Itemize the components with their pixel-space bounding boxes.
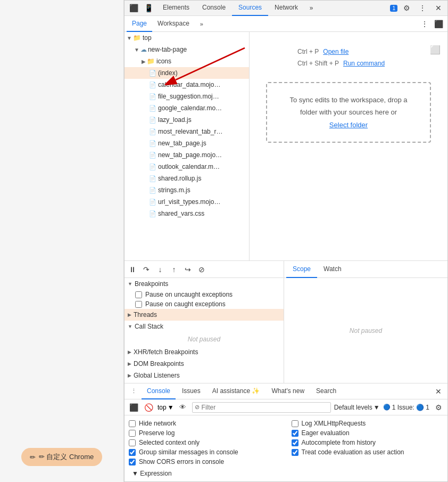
preserve-log-checkbox[interactable] bbox=[129, 430, 136, 437]
pause-caught-checkbox[interactable] bbox=[135, 301, 142, 308]
preserve-log-label: Preserve log bbox=[139, 429, 175, 437]
console-settings-button[interactable]: ⚙ bbox=[433, 402, 444, 413]
dom-section-header[interactable]: ▶ DOM Breakpoints bbox=[125, 358, 284, 370]
console-tab-console[interactable]: Console bbox=[142, 383, 176, 399]
filter-input[interactable] bbox=[202, 404, 328, 411]
step-into-button[interactable]: ↓ bbox=[154, 264, 166, 275]
callstack-section-header[interactable]: ▼ Call Stack bbox=[125, 321, 284, 332]
deactivate-breakpoints-button[interactable]: ⊘ bbox=[196, 264, 208, 275]
group-similar-checkbox[interactable] bbox=[129, 449, 136, 456]
autocomplete-checkbox[interactable] bbox=[292, 439, 298, 446]
file-tree-panel[interactable]: ▼ 📁 top ▼ ☁ new-tab-page ▶ 📁 icons 📄 (in… bbox=[125, 32, 250, 260]
tree-item-icons[interactable]: ▶ 📁 icons bbox=[125, 55, 249, 67]
settings-button[interactable]: ⚙ bbox=[400, 2, 413, 14]
subtab-overflow-button[interactable]: ⋮ bbox=[418, 18, 432, 30]
eager-eval-checkbox[interactable] bbox=[292, 430, 298, 437]
selected-context-checkbox[interactable] bbox=[129, 439, 136, 446]
tree-label-index: (index) bbox=[158, 69, 178, 77]
file-icon: 📄 bbox=[149, 199, 156, 206]
tree-label: strings.m.js bbox=[158, 186, 190, 194]
run-command-link[interactable]: Run command bbox=[343, 60, 385, 67]
console-dock-icon[interactable]: ⬛ bbox=[128, 402, 139, 413]
console-tab-issues[interactable]: Issues bbox=[177, 383, 206, 399]
tree-label: calendar_data.mojo… bbox=[158, 81, 220, 88]
tree-item-new-tab-page-mojo[interactable]: 📄 new_tab_page.mojo… bbox=[125, 149, 249, 161]
close-button[interactable]: ✕ bbox=[432, 2, 445, 14]
cloud-icon: ☁ bbox=[140, 46, 147, 53]
file-icon: 📄 bbox=[149, 152, 156, 159]
tree-item-shared-rollup[interactable]: 📄 shared.rollup.js bbox=[125, 173, 249, 184]
watch-tab[interactable]: Watch bbox=[317, 261, 348, 278]
console-tab-spacer: ✕ bbox=[432, 385, 445, 398]
threads-triangle: ▶ bbox=[128, 312, 131, 317]
opt-log-xml: Log XMLHttpRequests bbox=[292, 420, 444, 427]
step-out-button[interactable]: ↑ bbox=[168, 264, 180, 275]
console-tab-search[interactable]: Search bbox=[311, 383, 342, 399]
open-file-link[interactable]: Open file bbox=[323, 48, 349, 55]
device-icon[interactable]: 📱 bbox=[142, 2, 155, 14]
tree-item-outlook-calendar[interactable]: 📄 outlook_calendar.m… bbox=[125, 161, 249, 173]
step-button[interactable]: ↪ bbox=[182, 264, 194, 275]
subtab-workspace[interactable]: Workspace bbox=[152, 16, 195, 32]
breakpoints-section-header[interactable]: ▼ Breakpoints bbox=[125, 278, 284, 290]
show-cors-checkbox[interactable] bbox=[129, 459, 136, 465]
hide-network-label: Hide network bbox=[139, 420, 176, 427]
pause-uncaught-row: Pause on uncaught exceptions bbox=[125, 290, 284, 299]
step-over-button[interactable]: ↷ bbox=[140, 264, 152, 275]
callstack-label: Call Stack bbox=[135, 323, 163, 330]
tree-item-shared-vars[interactable]: 📄 shared_vars.css bbox=[125, 208, 249, 219]
file-icon: 📄 bbox=[149, 105, 156, 112]
workspace-drop-zone[interactable]: To sync edits to the workspace, drop a f… bbox=[266, 82, 431, 143]
more-options-button[interactable]: ⋮ bbox=[416, 2, 429, 14]
tree-item-strings[interactable]: 📄 strings.m.js bbox=[125, 184, 249, 196]
tree-item-most-relevant[interactable]: 📄 most_relevant_tab_r… bbox=[125, 126, 249, 137]
customize-chrome-button[interactable]: ✏ ✏ 自定义 Chrome bbox=[21, 448, 102, 466]
expand-icon-icons: ▶ bbox=[142, 59, 146, 64]
console-clear-button[interactable]: 🚫 bbox=[143, 402, 154, 413]
tree-item-index[interactable]: 📄 (index) bbox=[125, 67, 249, 79]
xhr-section-header[interactable]: ▶ XHR/fetch Breakpoints bbox=[125, 346, 284, 358]
console-tab-whats-new[interactable]: What's new bbox=[266, 383, 310, 399]
tab-sources[interactable]: Sources bbox=[232, 1, 268, 16]
more-subtabs-button[interactable]: » bbox=[195, 18, 209, 30]
levels-dropdown[interactable]: Default levels ▼ bbox=[334, 404, 380, 411]
log-xml-checkbox[interactable] bbox=[292, 420, 298, 427]
sidebar-toggle-button[interactable]: ⬛ bbox=[432, 18, 445, 30]
tab-network[interactable]: Network bbox=[268, 1, 304, 16]
treat-code-eval-checkbox[interactable] bbox=[292, 449, 298, 456]
tree-item-file-suggestion[interactable]: 📄 file_suggestion.moj… bbox=[125, 91, 249, 102]
global-listeners-section-header[interactable]: ▶ Global Listeners bbox=[125, 370, 284, 381]
opt-hide-network: Hide network bbox=[129, 420, 281, 427]
hide-network-checkbox[interactable] bbox=[129, 420, 136, 427]
console-context-selector[interactable]: top ▼ bbox=[157, 404, 174, 411]
tab-console[interactable]: Console bbox=[196, 1, 232, 16]
subtab-page[interactable]: Page bbox=[127, 16, 152, 32]
console-eye-button[interactable]: 👁 bbox=[177, 402, 189, 413]
tree-item-google-calendar[interactable]: 📄 google_calendar.mo… bbox=[125, 102, 249, 114]
select-folder-link[interactable]: Select folder bbox=[329, 121, 368, 129]
pause-resume-button[interactable]: ⏸ bbox=[127, 264, 138, 275]
eager-eval-label: Eager evaluation bbox=[302, 429, 350, 437]
dom-label: DOM Breakpoints bbox=[134, 360, 184, 367]
collapse-icon-ntp: ▼ bbox=[134, 47, 139, 53]
more-tabs-button[interactable]: » bbox=[304, 2, 318, 14]
threads-section-header[interactable]: ▶ Threads bbox=[125, 309, 284, 321]
tab-elements[interactable]: Elements bbox=[156, 1, 196, 16]
tree-item-calendar-data[interactable]: 📄 calendar_data.mojo… bbox=[125, 79, 249, 91]
pause-uncaught-checkbox[interactable] bbox=[135, 291, 142, 298]
tree-item-new-tab-page[interactable]: ▼ ☁ new-tab-page bbox=[125, 44, 249, 55]
console-tab-ai[interactable]: AI assistance ✨ bbox=[207, 383, 266, 399]
expression-section[interactable]: ▼ Expression bbox=[129, 468, 443, 479]
autocomplete-label: Autocomplete from history bbox=[302, 439, 376, 446]
tree-item-top[interactable]: ▼ 📁 top bbox=[125, 32, 249, 44]
tree-item-lazy-load[interactable]: 📄 lazy_load.js bbox=[125, 114, 249, 126]
tree-item-url-visit[interactable]: 📄 url_visit_types.mojo… bbox=[125, 196, 249, 208]
console-more-icon[interactable]: ⋮ bbox=[127, 385, 140, 398]
workspace-expand-button[interactable]: ⬜ bbox=[428, 43, 442, 56]
scope-tab[interactable]: Scope bbox=[286, 261, 317, 278]
dock-icon[interactable]: ⬛ bbox=[127, 2, 140, 14]
xhr-label: XHR/fetch Breakpoints bbox=[134, 348, 198, 356]
tree-label: file_suggestion.moj… bbox=[158, 93, 219, 100]
console-close-button[interactable]: ✕ bbox=[432, 385, 445, 398]
tree-item-new-tab-page-js[interactable]: 📄 new_tab_page.js bbox=[125, 137, 249, 149]
